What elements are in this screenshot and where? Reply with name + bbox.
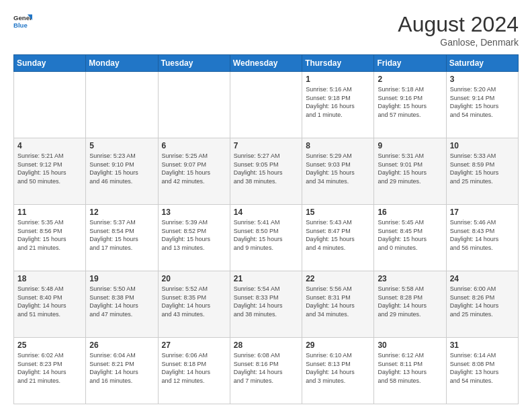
day-number: 12 [89,208,154,217]
day-info: Sunrise: 5:45 AMSunset: 8:45 PMDaylight:… [378,218,442,252]
day-number: 8 [306,141,370,150]
day-info: Sunrise: 6:10 AMSunset: 8:13 PMDaylight:… [306,351,370,385]
day-info: Sunrise: 6:00 AMSunset: 8:26 PMDaylight:… [450,285,515,318]
svg-text:Blue: Blue [13,21,28,29]
day-info: Sunrise: 6:14 AMSunset: 8:08 PMDaylight:… [450,351,515,385]
day-number: 17 [450,208,515,217]
day-info: Sunrise: 5:48 AMSunset: 8:40 PMDaylight:… [17,285,82,318]
day-info: Sunrise: 5:43 AMSunset: 8:47 PMDaylight:… [306,218,370,252]
day-info: Sunrise: 6:12 AMSunset: 8:11 PMDaylight:… [378,351,442,385]
calendar-cell: 19Sunrise: 5:50 AMSunset: 8:38 PMDayligh… [86,271,158,338]
day-number: 29 [306,340,370,350]
day-info: Sunrise: 5:29 AMSunset: 9:03 PMDaylight:… [306,152,370,185]
calendar-cell: 20Sunrise: 5:52 AMSunset: 8:35 PMDayligh… [158,271,230,338]
calendar-cell [86,72,158,138]
calendar-week-1: 1Sunrise: 5:16 AMSunset: 9:18 PMDaylight… [14,72,519,138]
logo: General Blue [13,12,32,31]
day-number: 6 [162,141,226,150]
day-info: Sunrise: 5:46 AMSunset: 8:43 PMDaylight:… [450,218,515,252]
weekday-header-wednesday: Wednesday [230,55,302,72]
day-number: 9 [378,141,442,150]
day-number: 23 [378,274,442,283]
calendar-cell: 23Sunrise: 5:58 AMSunset: 8:28 PMDayligh… [374,271,446,338]
day-number: 4 [17,141,82,150]
calendar-cell: 15Sunrise: 5:43 AMSunset: 8:47 PMDayligh… [302,205,374,271]
title-block: August 2024 Ganlose, Denmark [398,12,519,48]
calendar-cell: 30Sunrise: 6:12 AMSunset: 8:11 PMDayligh… [374,338,446,404]
calendar-cell: 26Sunrise: 6:04 AMSunset: 8:21 PMDayligh… [86,338,158,404]
page-header: General Blue August 2024 Ganlose, Denmar… [13,12,519,48]
weekday-header-thursday: Thursday [302,55,374,72]
day-info: Sunrise: 5:39 AMSunset: 8:52 PMDaylight:… [162,218,226,252]
calendar-subtitle: Ganlose, Denmark [398,37,519,48]
day-number: 31 [450,340,515,350]
day-info: Sunrise: 5:54 AMSunset: 8:33 PMDaylight:… [234,285,298,318]
day-info: Sunrise: 5:27 AMSunset: 9:05 PMDaylight:… [234,152,298,185]
day-info: Sunrise: 6:02 AMSunset: 8:23 PMDaylight:… [17,351,82,385]
calendar-title: August 2024 [398,12,519,37]
weekday-header-saturday: Saturday [446,55,518,72]
calendar-cell: 31Sunrise: 6:14 AMSunset: 8:08 PMDayligh… [446,338,518,404]
day-info: Sunrise: 6:06 AMSunset: 8:18 PMDaylight:… [162,351,226,385]
day-number: 14 [234,208,298,217]
day-number: 28 [234,340,298,350]
day-number: 5 [89,141,154,150]
day-info: Sunrise: 5:41 AMSunset: 8:50 PMDaylight:… [234,218,298,252]
day-info: Sunrise: 5:37 AMSunset: 8:54 PMDaylight:… [89,218,154,252]
day-info: Sunrise: 5:25 AMSunset: 9:07 PMDaylight:… [162,152,226,185]
calendar-cell [230,72,302,138]
day-info: Sunrise: 5:21 AMSunset: 9:12 PMDaylight:… [17,152,82,185]
calendar-cell: 17Sunrise: 5:46 AMSunset: 8:43 PMDayligh… [446,205,518,271]
calendar-cell: 4Sunrise: 5:21 AMSunset: 9:12 PMDaylight… [14,138,86,205]
day-number: 3 [450,75,515,84]
calendar-cell: 11Sunrise: 5:35 AMSunset: 8:56 PMDayligh… [14,205,86,271]
day-info: Sunrise: 5:56 AMSunset: 8:31 PMDaylight:… [306,285,370,318]
day-number: 11 [17,208,82,217]
calendar-cell: 7Sunrise: 5:27 AMSunset: 9:05 PMDaylight… [230,138,302,205]
day-number: 15 [306,208,370,217]
calendar-cell: 12Sunrise: 5:37 AMSunset: 8:54 PMDayligh… [86,205,158,271]
day-info: Sunrise: 5:23 AMSunset: 9:10 PMDaylight:… [89,152,154,185]
calendar-week-2: 4Sunrise: 5:21 AMSunset: 9:12 PMDaylight… [14,138,519,205]
day-number: 13 [162,208,226,217]
day-number: 2 [378,75,442,84]
day-number: 22 [306,274,370,283]
day-info: Sunrise: 5:35 AMSunset: 8:56 PMDaylight:… [17,218,82,252]
day-number: 19 [89,274,154,283]
day-number: 20 [162,274,226,283]
day-number: 18 [17,274,82,283]
day-number: 21 [234,274,298,283]
calendar-cell: 9Sunrise: 5:31 AMSunset: 9:01 PMDaylight… [374,138,446,205]
calendar-cell: 21Sunrise: 5:54 AMSunset: 8:33 PMDayligh… [230,271,302,338]
calendar-cell: 25Sunrise: 6:02 AMSunset: 8:23 PMDayligh… [14,338,86,404]
calendar-cell: 2Sunrise: 5:18 AMSunset: 9:16 PMDaylight… [374,72,446,138]
calendar-cell [158,72,230,138]
day-number: 26 [89,340,154,350]
day-info: Sunrise: 6:04 AMSunset: 8:21 PMDaylight:… [89,351,154,385]
calendar-cell: 1Sunrise: 5:16 AMSunset: 9:18 PMDaylight… [302,72,374,138]
day-info: Sunrise: 5:50 AMSunset: 8:38 PMDaylight:… [89,285,154,318]
day-number: 25 [17,340,82,350]
day-info: Sunrise: 5:18 AMSunset: 9:16 PMDaylight:… [378,85,442,119]
weekday-header-sunday: Sunday [14,55,86,72]
calendar-cell: 5Sunrise: 5:23 AMSunset: 9:10 PMDaylight… [86,138,158,205]
day-number: 10 [450,141,515,150]
calendar-cell: 24Sunrise: 6:00 AMSunset: 8:26 PMDayligh… [446,271,518,338]
day-info: Sunrise: 5:16 AMSunset: 9:18 PMDaylight:… [306,85,370,119]
weekday-header-tuesday: Tuesday [158,55,230,72]
calendar-week-3: 11Sunrise: 5:35 AMSunset: 8:56 PMDayligh… [14,205,519,271]
calendar-cell: 18Sunrise: 5:48 AMSunset: 8:40 PMDayligh… [14,271,86,338]
calendar-cell: 6Sunrise: 5:25 AMSunset: 9:07 PMDaylight… [158,138,230,205]
calendar-cell: 16Sunrise: 5:45 AMSunset: 8:45 PMDayligh… [374,205,446,271]
calendar-cell: 10Sunrise: 5:33 AMSunset: 8:59 PMDayligh… [446,138,518,205]
day-number: 27 [162,340,226,350]
calendar-cell: 8Sunrise: 5:29 AMSunset: 9:03 PMDaylight… [302,138,374,205]
calendar-cell: 22Sunrise: 5:56 AMSunset: 8:31 PMDayligh… [302,271,374,338]
calendar-cell: 13Sunrise: 5:39 AMSunset: 8:52 PMDayligh… [158,205,230,271]
calendar-table: SundayMondayTuesdayWednesdayThursdayFrid… [13,54,519,404]
day-info: Sunrise: 6:08 AMSunset: 8:16 PMDaylight:… [234,351,298,385]
weekday-header-monday: Monday [86,55,158,72]
day-number: 16 [378,208,442,217]
calendar-week-5: 25Sunrise: 6:02 AMSunset: 8:23 PMDayligh… [14,338,519,404]
calendar-cell: 29Sunrise: 6:10 AMSunset: 8:13 PMDayligh… [302,338,374,404]
